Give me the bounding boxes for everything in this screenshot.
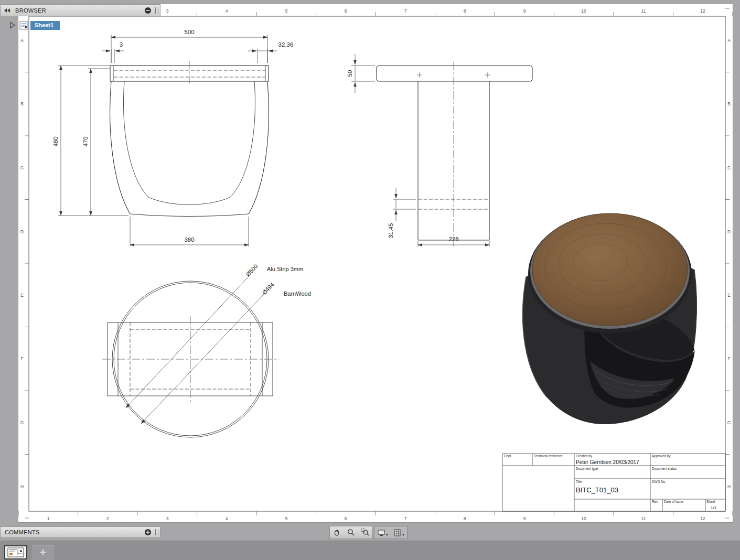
grid-settings-button[interactable]: ▾ [391, 526, 407, 539]
svg-text:5: 5 [285, 8, 288, 14]
grid-dropdown-arrow[interactable]: ▾ [402, 533, 404, 537]
collapse-left-icon[interactable] [4, 8, 11, 13]
svg-text:BarnWood: BarnWood [284, 290, 311, 297]
svg-text:D: D [727, 229, 731, 234]
svg-text:3: 3 [166, 516, 169, 521]
top-view[interactable]: Ø500 Alu Strip 3mm Ø494 BarnWood [102, 263, 311, 437]
browser-bar-grip[interactable] [155, 7, 158, 14]
svg-text:32.36: 32.36 [278, 41, 294, 48]
zoom-window-icon [361, 528, 370, 537]
browser-panel-header[interactable]: BROWSER [0, 4, 160, 16]
svg-text:F: F [727, 356, 730, 361]
ruler-bottom: 1 2 3 4 5 6 7 8 9 10 11 12 [47, 516, 705, 521]
svg-text:C: C [727, 165, 731, 170]
dim-side-thickness[interactable]: 50 [347, 54, 375, 93]
comments-panel-title: COMMENTS [5, 529, 40, 535]
svg-text:B: B [20, 101, 24, 106]
comments-bar-grip[interactable] [155, 529, 158, 535]
svg-text:D: D [20, 229, 24, 234]
svg-text:9: 9 [523, 8, 526, 14]
svg-text:Alu Strip 3mm: Alu Strip 3mm [267, 266, 303, 272]
leader-inner-dia[interactable]: Ø494 BarnWood [141, 281, 311, 424]
svg-text:11: 11 [641, 516, 646, 521]
svg-text:3: 3 [166, 8, 169, 14]
plus-icon: + [40, 547, 47, 558]
fusion-drawing-app: 1 2 3 4 5 6 7 8 9 10 11 12 1 2 3 4 5 6 [0, 0, 740, 560]
expand-caret-icon[interactable] [9, 21, 16, 29]
sheet-tree-item-sheet1[interactable]: Sheet1 [30, 21, 60, 30]
svg-text:11: 11 [641, 8, 646, 14]
svg-text:A: A [727, 38, 731, 43]
expand-panel-icon[interactable] [144, 529, 152, 536]
svg-text:E: E [20, 293, 24, 298]
minimize-panel-icon[interactable] [144, 7, 152, 14]
svg-text:A: A [20, 38, 24, 43]
svg-text:5: 5 [285, 516, 288, 521]
sheet-paper[interactable]: 1 2 3 4 5 6 7 8 9 10 11 12 1 2 3 4 5 6 [18, 4, 733, 522]
svg-text:Dept.: Dept. [504, 454, 512, 458]
dim-front-offset[interactable]: 32.36 [248, 41, 293, 63]
display-dropdown-arrow[interactable]: ▾ [386, 533, 388, 537]
dim-front-height-outer[interactable]: 480 [52, 66, 128, 216]
sheet-tree-row: Sheet1 [9, 19, 60, 31]
dim-front-width-top[interactable]: 500 [111, 29, 267, 63]
svg-text:H: H [20, 484, 24, 489]
svg-text:Document status: Document status [652, 467, 677, 470]
svg-text:12: 12 [700, 8, 705, 14]
iso-view[interactable] [523, 213, 697, 424]
svg-text:380: 380 [184, 236, 194, 243]
svg-text:Document type: Document type [576, 467, 598, 471]
new-document-tab-button[interactable]: + [33, 545, 53, 559]
pan-hand-icon [333, 528, 341, 537]
svg-text:9: 9 [523, 516, 526, 521]
svg-text:3: 3 [120, 41, 123, 48]
display-settings-button[interactable]: ▾ [374, 526, 391, 539]
pan-button[interactable] [330, 526, 344, 539]
front-view[interactable]: 500 3 32.36 [52, 29, 293, 246]
navigation-toolbar: ▾ ▾ [329, 526, 407, 539]
svg-text:1: 1 [47, 516, 50, 521]
dim-front-height-inner[interactable]: 470 [82, 69, 110, 216]
svg-text:H: H [727, 484, 731, 489]
zoom-magnifier-icon [347, 528, 356, 537]
nav-group-view [329, 526, 373, 539]
svg-text:Peter Gerritsen 20/03/2017: Peter Gerritsen 20/03/2017 [576, 459, 639, 465]
svg-text:Date of issue: Date of issue [664, 500, 683, 503]
svg-text:12: 12 [700, 516, 705, 521]
svg-text:10: 10 [581, 8, 586, 14]
svg-text:500: 500 [184, 29, 194, 35]
svg-text:1/1: 1/1 [711, 505, 717, 510]
svg-text:2: 2 [106, 516, 109, 521]
svg-text:470: 470 [82, 136, 89, 146]
sheet-item-icon [19, 21, 28, 30]
svg-text:E: E [727, 293, 731, 298]
svg-text:Ø500: Ø500 [245, 263, 259, 277]
title-block[interactable]: Dept. Technical reference Created by App… [502, 454, 725, 511]
svg-text:480: 480 [52, 136, 59, 146]
svg-text:DWG No.: DWG No. [652, 480, 666, 483]
svg-text:4: 4 [226, 8, 228, 14]
display-settings-icon [377, 529, 385, 537]
comments-panel-header[interactable]: COMMENTS [0, 526, 160, 538]
browser-panel-title: BROWSER [15, 7, 46, 14]
zoom-button[interactable] [344, 526, 358, 539]
svg-text:6: 6 [345, 516, 347, 521]
svg-text:7: 7 [404, 8, 407, 14]
svg-text:Sheet: Sheet [706, 500, 715, 503]
svg-text:228: 228 [448, 236, 458, 242]
grid-settings-icon [393, 529, 402, 537]
side-view[interactable]: 50 31.45 228 [347, 54, 532, 247]
drawing-thumbnail-icon [7, 547, 24, 557]
dim-side-bottom-inset[interactable]: 31.45 [388, 188, 416, 238]
document-tab-active[interactable] [4, 545, 27, 559]
svg-text:C: C [20, 165, 24, 170]
svg-text:8: 8 [464, 8, 466, 14]
sheet-canvas: 1 2 3 4 5 6 7 8 9 10 11 12 1 2 3 4 5 6 [18, 4, 733, 522]
dim-front-strip[interactable]: 3 [102, 41, 124, 63]
svg-text:F: F [20, 356, 23, 361]
ruler-right: A B C D E F G H [727, 38, 731, 489]
svg-text:Rev.: Rev. [652, 500, 659, 503]
svg-text:10: 10 [581, 516, 586, 521]
zoom-window-button[interactable] [358, 526, 372, 539]
dim-front-width-bottom[interactable]: 380 [130, 217, 249, 246]
